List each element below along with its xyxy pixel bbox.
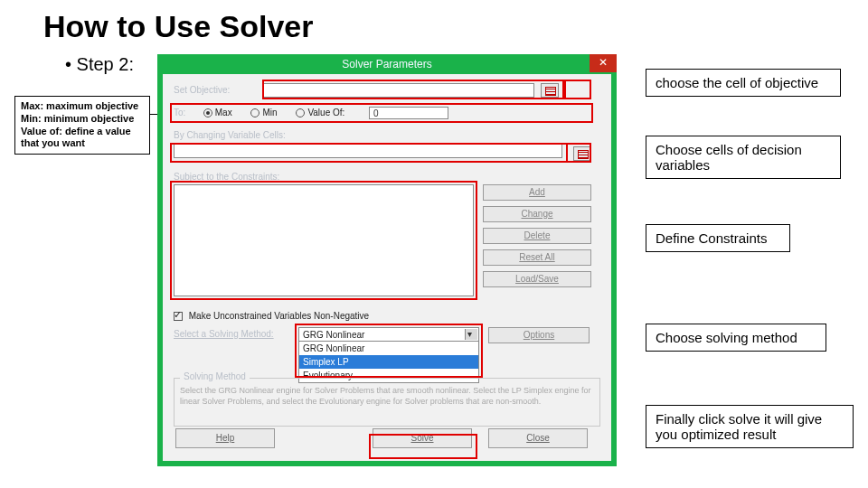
options-button[interactable]: Options: [488, 327, 590, 343]
annotation-objective: choose the cell of objective: [646, 69, 841, 97]
pick-cells-icon[interactable]: [573, 146, 591, 161]
annotation-variables: Choose cells of decision variables: [646, 136, 841, 179]
row-nonnegative: Make Unconstrained Variables Non-Negativ…: [174, 311, 600, 321]
nonnegative-label: Make Unconstrained Variables Non-Negativ…: [189, 311, 369, 321]
radio-valof-label: Value Of:: [307, 108, 344, 117]
constraints-list[interactable]: [174, 184, 474, 296]
annotation-constraints: Define Constraints: [646, 224, 790, 252]
nonnegative-checkbox[interactable]: [174, 312, 183, 321]
load-save-button[interactable]: Load/Save: [483, 271, 591, 287]
delete-button[interactable]: Delete: [483, 228, 591, 244]
radio-min-label: Min: [262, 108, 277, 117]
method-option-grg[interactable]: GRG Nonlinear: [299, 342, 478, 355]
chevron-down-icon[interactable]: [465, 329, 477, 340]
method-selected-value: GRG Nonlinear: [303, 330, 364, 340]
row-set-objective: Set Objective:: [174, 83, 600, 98]
options-button-wrap: Options: [488, 327, 590, 343]
radio-dot-icon: [203, 108, 212, 117]
help-button[interactable]: Help: [175, 428, 275, 448]
by-changing-label: By Changing Variable Cells:: [174, 130, 286, 140]
left-note-line-2: Min: minimum objective: [21, 113, 144, 126]
left-note-line-1: Max: maximum objective: [21, 100, 144, 113]
solving-method-group: Solving Method Select the GRG Nonlinear …: [174, 378, 600, 427]
set-objective-input[interactable]: [263, 83, 534, 98]
set-objective-label: Set Objective:: [174, 85, 260, 95]
add-button[interactable]: Add: [483, 184, 591, 201]
reset-all-button[interactable]: Reset All: [483, 249, 591, 266]
close-button[interactable]: ✕: [590, 54, 617, 72]
variable-cells-input[interactable]: [174, 144, 562, 158]
annotation-method: Choose solving method: [646, 324, 826, 352]
to-label: To:: [174, 108, 201, 117]
row-to: To: Max Min Value Of: 0: [174, 107, 600, 119]
radio-min[interactable]: Min: [250, 108, 277, 117]
solve-button[interactable]: Solve: [373, 428, 472, 448]
value-of-input[interactable]: 0: [369, 107, 448, 119]
close-dialog-button[interactable]: Close: [488, 428, 588, 448]
pick-objective-icon[interactable]: [541, 83, 559, 98]
annotation-solve: Finally click solve it will give you opt…: [646, 405, 854, 448]
dialog-body: Set Objective: To: Max Min Value Of: 0 B…: [163, 74, 611, 461]
radio-max[interactable]: Max: [203, 108, 232, 117]
solving-method-text: Select the GRG Nonlinear engine for Solv…: [180, 386, 594, 407]
change-button[interactable]: Change: [483, 206, 591, 222]
radio-dot-icon: [296, 108, 305, 117]
radio-dot-icon: [250, 108, 259, 117]
solver-dialog: Solver Parameters ✕ Set Objective: To: M…: [157, 54, 617, 466]
subject-label: Subject to the Constraints:: [174, 172, 600, 182]
solving-method-header: Solving Method: [180, 371, 250, 381]
left-note-box: Max: maximum objective Min: minimum obje…: [14, 96, 150, 155]
method-option-simplex[interactable]: Simplex LP: [299, 355, 478, 369]
left-note-line-3: Value of: define a value that you want: [21, 126, 144, 151]
step-label: • Step 2:: [65, 54, 134, 75]
dialog-footer: Help Solve Close: [163, 428, 611, 455]
constraint-buttons: Add Change Delete Reset All Load/Save: [483, 184, 591, 287]
method-select-box[interactable]: GRG Nonlinear: [298, 327, 479, 342]
method-selector[interactable]: GRG Nonlinear GRG Nonlinear Simplex LP E…: [298, 327, 479, 383]
page-title: How to Use Solver: [43, 9, 314, 44]
row-by-changing: By Changing Variable Cells:: [174, 130, 600, 158]
radio-value-of[interactable]: Value Of:: [296, 108, 344, 117]
radio-max-label: Max: [215, 108, 232, 117]
dialog-title: Solver Parameters: [157, 54, 617, 74]
dialog-titlebar: Solver Parameters ✕: [157, 54, 617, 74]
